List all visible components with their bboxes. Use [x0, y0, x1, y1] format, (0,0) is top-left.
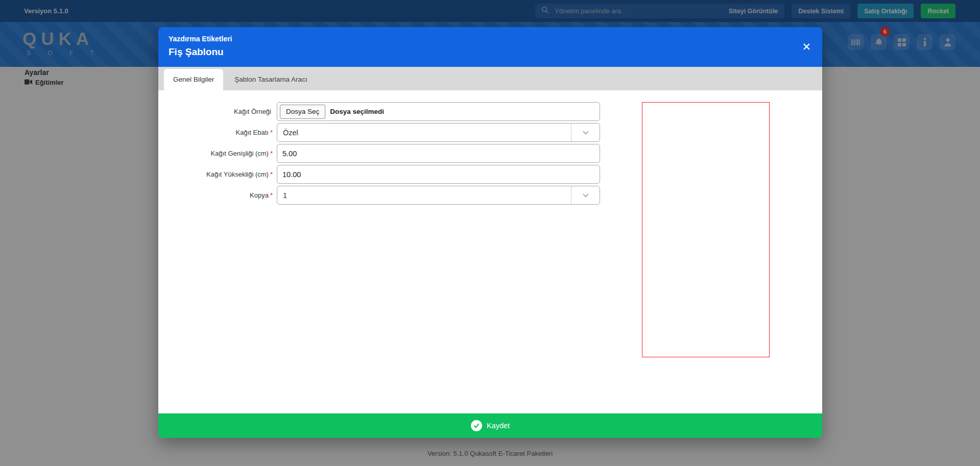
- copies-select[interactable]: 1: [277, 186, 600, 205]
- admin-screen: Versiyon 5.1.0 Siteyi Görüntüle Destek S…: [0, 0, 980, 466]
- select-value: Özel: [283, 129, 298, 137]
- paper-height-input[interactable]: [277, 165, 600, 184]
- choose-file-button[interactable]: Dosya Seç: [280, 105, 325, 119]
- field-label: Kağıt Örneği: [234, 108, 271, 115]
- file-status-text: Dosya seçilmedi: [330, 108, 384, 115]
- required-asterisk: *: [270, 170, 273, 178]
- check-circle-icon: [471, 420, 482, 431]
- select-value: 1: [283, 191, 287, 200]
- chevron-down-icon: [571, 186, 600, 204]
- tab-genel-bilgiler[interactable]: Genel Bilgiler: [164, 69, 223, 90]
- required-asterisk: *: [270, 129, 273, 136]
- label-preview-box: [642, 102, 770, 357]
- modal-subtitle: Yazdırma Etiketleri: [169, 35, 812, 43]
- close-icon[interactable]: ✕: [802, 41, 811, 52]
- field-label: Kağıt Genişliği (cm): [211, 150, 269, 157]
- print-label-modal: Yazdırma Etiketleri Fiş Şablonu ✕ Genel …: [158, 27, 822, 438]
- modal-header: Yazdırma Etiketleri Fiş Şablonu ✕: [158, 27, 822, 67]
- modal-tabs: Genel Bilgiler Şablon Tasarlama Aracı: [158, 67, 822, 90]
- field-label: Kağıt Yüksekliği (cm): [206, 170, 269, 178]
- save-button-label: Kaydet: [487, 422, 510, 430]
- modal-title: Fiş Şablonu: [169, 46, 812, 58]
- modal-body: Kağıt Örneği Dosya Seç Dosya seçilmedi K…: [158, 90, 822, 413]
- chevron-down-icon: [571, 124, 600, 141]
- field-label: Kağıt Ebatı: [236, 129, 269, 136]
- paper-width-input[interactable]: [277, 144, 600, 163]
- tab-sablon-tasarlama-araci[interactable]: Şablon Tasarlama Aracı: [223, 69, 318, 90]
- save-button[interactable]: Kaydet: [158, 413, 822, 438]
- field-label: Kopya: [250, 191, 269, 199]
- paper-sample-file-input[interactable]: Dosya Seç Dosya seçilmedi: [277, 102, 600, 121]
- paper-size-select[interactable]: Özel: [277, 123, 600, 142]
- required-asterisk: *: [270, 150, 273, 157]
- required-asterisk: *: [270, 191, 273, 199]
